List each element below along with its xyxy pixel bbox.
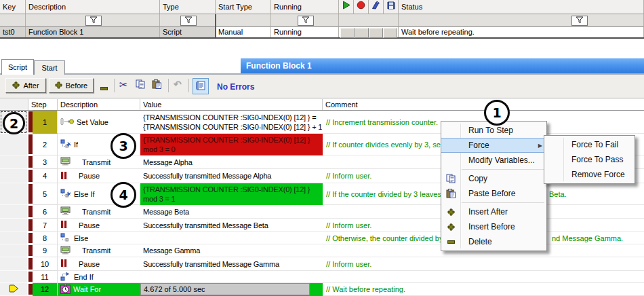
- step-description-label: Wait For: [73, 285, 101, 293]
- menu-item-copy[interactable]: Copy: [441, 171, 546, 186]
- step-description-label: Pause: [79, 172, 100, 180]
- row-gutter[interactable]: [0, 155, 27, 169]
- value-cell[interactable]: Message Gamma: [140, 244, 323, 257]
- comment-text: // Wait before repeating.: [326, 285, 405, 293]
- step-number-cell[interactable]: 11: [33, 271, 58, 283]
- copy-icon: [441, 174, 460, 183]
- value-line: {TRANSMISSION COUNTER :SIG0-INDEX(0) [12…: [143, 122, 323, 132]
- menu-item-insert-after[interactable]: Insert After: [441, 204, 546, 219]
- script-step-row[interactable]: 6TransmitMessage Beta: [0, 205, 644, 219]
- value-cell[interactable]: Successfully transmitted Message Gamma: [140, 257, 323, 271]
- menu-item-insert-before[interactable]: Insert Before: [441, 219, 546, 234]
- end-if-icon: [60, 272, 71, 282]
- step-description-label: Transmit: [82, 158, 110, 166]
- pause-icon: [60, 259, 67, 269]
- comment-cell: [323, 271, 644, 283]
- description-cell[interactable]: Transmit: [58, 244, 140, 257]
- step-description-label: End If: [74, 273, 94, 281]
- force-submenu: Force To FailForce To PassRemove Force: [544, 135, 635, 184]
- set-value-icon: [60, 117, 74, 127]
- menu-item-label: Delete: [468, 237, 492, 246]
- step-number-cell[interactable]: 4: [33, 169, 58, 183]
- row-gutter[interactable]: [0, 205, 27, 219]
- value-line: Successfully transmitted Message Gamma: [143, 259, 323, 269]
- menu-item-label: Modify Variables...: [468, 155, 535, 165]
- menu-item-label: Insert After: [468, 207, 508, 217]
- value-line: mod 3 = 0: [143, 145, 323, 154]
- description-cell[interactable]: End If: [58, 271, 140, 283]
- comment-text: // Increment transmission counter.: [326, 118, 438, 126]
- value-cell[interactable]: {TRANSMISSION COUNTER :SIG0-INDEX(0) [12…: [140, 134, 323, 155]
- comment-text: // Otherwise, the counter divided by: [326, 234, 443, 242]
- menu-item-force-to-fail[interactable]: Force To Fail: [544, 137, 635, 152]
- value-cell[interactable]: Message Beta: [140, 205, 323, 219]
- script-step-row[interactable]: 12Wait For4.672 of 5.000 sec// Wait befo…: [0, 283, 644, 296]
- annotation-circle-3: 3: [110, 133, 136, 159]
- step-description-label: Set Value: [77, 118, 108, 126]
- value-cell[interactable]: Successfully transmitted Message Beta: [140, 219, 323, 232]
- value-cell[interactable]: {TRANSMISSION COUNTER :SIG0-INDEX(0) [12…: [140, 111, 323, 134]
- menu-item-remove-force[interactable]: Remove Force: [544, 167, 635, 182]
- row-gutter[interactable]: [0, 271, 27, 283]
- description-cell[interactable]: Wait For: [58, 283, 140, 296]
- transmit-icon: [60, 157, 71, 167]
- else-icon: [60, 233, 71, 244]
- value-cell[interactable]: [140, 271, 323, 283]
- step-number-cell[interactable]: 3: [33, 155, 58, 169]
- menu-item-label: Copy: [468, 174, 487, 183]
- menu-item-delete[interactable]: Delete: [441, 234, 546, 249]
- step-number-cell[interactable]: 6: [33, 205, 58, 219]
- row-gutter[interactable]: [0, 244, 27, 257]
- script-step-row[interactable]: 9TransmitMessage Gamma: [0, 244, 644, 257]
- else-if-icon: [60, 189, 71, 200]
- value-cell[interactable]: Successfully transmitted Message Alpha: [140, 169, 323, 183]
- step-number-cell[interactable]: 9: [33, 244, 58, 257]
- menu-item-force[interactable]: Force▶: [441, 138, 546, 153]
- comment-cell: // Wait before repeating.: [323, 283, 644, 296]
- current-step-gutter[interactable]: [0, 283, 27, 296]
- script-step-row[interactable]: 7PauseSuccessfully transmitted Message B…: [0, 219, 644, 232]
- comment-text: // Inform user.: [326, 221, 371, 229]
- script-step-row[interactable]: 8Else// Otherwise, the counter divided b…: [0, 232, 644, 244]
- value-cell[interactable]: [140, 232, 323, 244]
- script-step-row[interactable]: 11End If: [0, 271, 644, 283]
- value-line: Successfully transmitted Message Beta: [143, 221, 323, 230]
- script-step-row[interactable]: 10PauseSuccessfully transmitted Message …: [0, 257, 644, 271]
- step-description-label: Pause: [79, 260, 100, 268]
- script-step-row[interactable]: 1Set Value{TRANSMISSION COUNTER :SIG0-IN…: [0, 111, 644, 134]
- step-number-cell[interactable]: 1: [33, 111, 58, 134]
- step-number-cell[interactable]: 2: [33, 134, 58, 155]
- annotation-circle-2: 2: [3, 112, 25, 134]
- description-cell[interactable]: Transmit: [58, 205, 140, 219]
- value-line: mod 3 = 1: [143, 194, 323, 204]
- row-gutter[interactable]: [0, 257, 27, 271]
- step-number-cell[interactable]: 10: [33, 257, 58, 271]
- step-description-label: Pause: [79, 221, 100, 229]
- menu-item-force-to-pass[interactable]: Force To Pass: [544, 152, 635, 167]
- step-number-cell[interactable]: 5: [33, 183, 58, 205]
- step-number-cell[interactable]: 12: [33, 283, 58, 296]
- tab-script[interactable]: Script: [1, 59, 34, 75]
- step-description-label: Else: [74, 234, 88, 242]
- row-gutter[interactable]: [0, 134, 27, 155]
- step-number-cell[interactable]: 7: [33, 219, 58, 232]
- row-gutter[interactable]: [0, 169, 27, 183]
- comment-text-after-menu: nd Message Gamma.: [552, 232, 623, 244]
- menu-item-modify-variables[interactable]: Modify Variables...: [441, 153, 546, 168]
- description-cell[interactable]: Pause: [58, 169, 140, 183]
- value-cell[interactable]: 4.672 of 5.000 sec: [140, 283, 323, 296]
- comment-text: // If counter divides evenly by 3, ser: [326, 141, 443, 149]
- script-step-row[interactable]: 5Else If{TRANSMISSION COUNTER :SIG0-INDE…: [0, 183, 644, 205]
- row-gutter[interactable]: [0, 232, 27, 244]
- step-number-cell[interactable]: 8: [33, 232, 58, 244]
- description-cell[interactable]: Pause: [58, 219, 140, 232]
- value-cell[interactable]: Message Alpha: [140, 155, 323, 169]
- description-cell[interactable]: Else: [58, 232, 140, 244]
- description-cell[interactable]: Pause: [58, 257, 140, 271]
- value-cell[interactable]: {TRANSMISSION COUNTER :SIG0-INDEX(0) [12…: [140, 183, 323, 205]
- row-gutter[interactable]: [0, 183, 27, 205]
- row-gutter[interactable]: [0, 219, 27, 232]
- description-cell[interactable]: Set Value: [58, 111, 140, 134]
- menu-item-paste-before[interactable]: Paste Before: [441, 186, 546, 201]
- value-line: {TRANSMISSION COUNTER :SIG0-INDEX(0) [12…: [143, 185, 323, 194]
